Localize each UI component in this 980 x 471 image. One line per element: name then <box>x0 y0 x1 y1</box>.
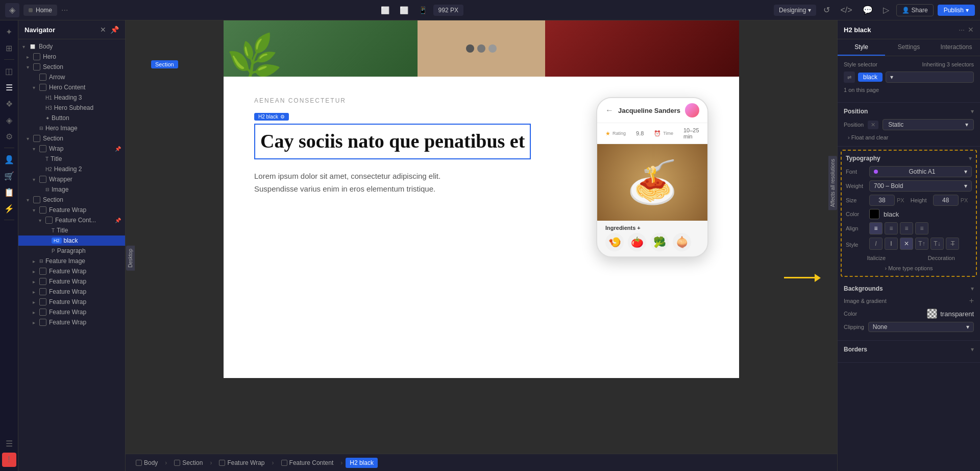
align-right-btn[interactable]: ≡ <box>900 222 913 234</box>
typography-expand[interactable]: ▾ <box>969 155 972 162</box>
bold-btn[interactable]: I <box>885 238 898 250</box>
breadcrumb-feature-content[interactable]: Feature Content <box>277 458 338 468</box>
font-dropdown[interactable]: Gothic A1 ▾ <box>869 166 972 177</box>
selector-icon[interactable]: ⇌ <box>844 72 855 83</box>
users-icon[interactable]: 👤 <box>2 152 16 167</box>
tools-icon[interactable]: ✦ <box>2 25 16 39</box>
phone-back-icon[interactable]: ← <box>605 106 614 115</box>
tree-item-wrapper[interactable]: ▾ Wrapper <box>18 174 125 184</box>
tree-item-section-1[interactable]: ▾ Section <box>18 62 125 72</box>
cms-icon[interactable]: 📋 <box>2 185 16 199</box>
tree-item-wrap[interactable]: ▾ Wrap 📌 <box>18 144 125 154</box>
navigator-icon[interactable]: ☰ <box>2 80 16 95</box>
error-icon[interactable]: ! <box>2 453 16 467</box>
close-panel-button[interactable]: ✕ <box>968 26 974 34</box>
selector-dropdown[interactable]: ▾ <box>886 72 974 83</box>
breadcrumb-h2-black[interactable]: H2 black <box>346 458 378 468</box>
tree-item-feature-image[interactable]: ▸ ⊟ Feature Image <box>18 256 125 266</box>
tree-item-heading3[interactable]: H1 Heading 3 <box>18 92 125 103</box>
align-left-btn[interactable]: ≡ <box>869 222 883 234</box>
height-input[interactable] <box>933 195 959 206</box>
borders-title-row: Borders ▾ <box>844 346 974 353</box>
tree-item-image[interactable]: ⊟ Image <box>18 184 125 195</box>
position-expand[interactable]: ▾ <box>971 108 974 115</box>
tab-style[interactable]: Style <box>838 39 885 56</box>
box-icon <box>39 74 46 81</box>
tree-item-body[interactable]: ▾ ⬜ Body <box>18 41 125 52</box>
size-input[interactable] <box>869 195 895 206</box>
float-clear-link[interactable]: › Float and clear <box>848 133 889 142</box>
tree-item-feature-cont[interactable]: ▾ Feature Cont... 📌 <box>18 215 125 225</box>
tree-item-paragraph[interactable]: P Paragraph <box>18 246 125 256</box>
undo-icon[interactable]: ↺ <box>820 3 833 17</box>
tree-item-fw-1[interactable]: ▸ Feature Wrap <box>18 266 125 276</box>
italic-btn[interactable]: I <box>869 238 883 250</box>
weight-dropdown[interactable]: 700 – Bold ▾ <box>869 180 972 192</box>
ecommerce-icon[interactable]: 🛒 <box>2 169 16 183</box>
borders-expand[interactable]: ▾ <box>971 346 974 353</box>
tree-item-button[interactable]: ✦ Button <box>18 113 125 123</box>
tree-item-title-1[interactable]: T Title <box>18 154 125 164</box>
assets-icon[interactable]: ◈ <box>2 113 16 127</box>
tree-item-heading2[interactable]: H2 Heading 2 <box>18 164 125 174</box>
tree-item-fw-5[interactable]: ▸ Feature Wrap <box>18 307 125 317</box>
transparent-swatch[interactable] <box>927 309 937 319</box>
tree-item-fw-2[interactable]: ▸ Feature Wrap <box>18 276 125 287</box>
code-icon[interactable]: </> <box>837 4 855 17</box>
tab-interactions[interactable]: Interactions <box>933 39 980 56</box>
breadcrumb-body[interactable]: Body <box>132 458 162 468</box>
backgrounds-expand[interactable]: ▾ <box>971 285 974 292</box>
tablet-view-icon[interactable]: ⬜ <box>398 4 410 16</box>
breadcrumb-feature-wrap[interactable]: Feature Wrap <box>215 458 268 468</box>
gear-icon[interactable]: ⚙ <box>280 114 285 120</box>
tree-item-fw-4[interactable]: ▸ Feature Wrap <box>18 297 125 307</box>
play-icon[interactable]: ▷ <box>880 3 892 17</box>
strike-btn[interactable]: T̶ <box>946 238 959 250</box>
publish-button[interactable]: Publish ▾ <box>938 5 975 16</box>
mobile-view-icon[interactable]: 📱 <box>416 4 429 16</box>
more-tabs-icon[interactable]: ··· <box>61 6 68 15</box>
breadcrumb-section[interactable]: Section <box>170 458 207 468</box>
chat-icon[interactable]: 💬 <box>860 3 876 17</box>
black-selector-badge[interactable]: black <box>858 73 883 82</box>
tab-settings[interactable]: Settings <box>885 39 933 56</box>
more-options-button[interactable]: ··· <box>959 26 965 34</box>
sub-btn[interactable]: T↓ <box>930 238 944 250</box>
tree-item-section-2[interactable]: ▾ Section <box>18 133 125 144</box>
more-icon[interactable]: ☰ <box>2 436 16 451</box>
tree-item-hero-image[interactable]: ⊟ Hero Image <box>18 123 125 133</box>
right-panel: H2 black ··· ✕ Style Settings Interactio… <box>837 20 980 471</box>
clipping-dropdown[interactable]: None ▾ <box>868 322 974 332</box>
add-background-button[interactable]: + <box>969 296 974 305</box>
tree-item-title-2[interactable]: T Title <box>18 225 125 236</box>
share-button[interactable]: 👤 Share <box>896 4 934 16</box>
settings-icon[interactable]: ⚙ <box>2 129 16 144</box>
desktop-view-icon[interactable]: ⬜ <box>379 4 391 16</box>
home-tab[interactable]: Home <box>23 5 57 16</box>
align-center-btn[interactable]: ≡ <box>885 222 898 234</box>
elements-icon[interactable]: ⊞ <box>2 41 16 55</box>
tree-item-fw-3[interactable]: ▸ Feature Wrap <box>18 287 125 297</box>
close-btn[interactable]: ✕ <box>900 238 913 250</box>
tree-item-fw-6[interactable]: ▸ Feature Wrap <box>18 317 125 327</box>
color-swatch-black[interactable] <box>869 209 879 219</box>
position-dropdown[interactable]: Static ▾ <box>883 119 974 130</box>
designing-mode[interactable]: Designing ▾ <box>774 5 816 16</box>
tree-item-arrow[interactable]: Arrow <box>18 72 125 82</box>
tree-item-hero-content[interactable]: ▾ Hero Content <box>18 82 125 92</box>
super-btn[interactable]: T↑ <box>915 238 928 250</box>
tree-item-hero-subhead[interactable]: H3 Hero Subhead <box>18 103 125 113</box>
align-justify-btn[interactable]: ≡ <box>915 222 928 234</box>
heading-selected[interactable]: Cay sociis nato que penatibus et <box>254 124 531 159</box>
pin-navigator-button[interactable]: 📌 <box>110 26 119 34</box>
close-navigator-button[interactable]: ✕ <box>100 26 106 34</box>
tree-item-section-3[interactable]: ▾ Section <box>18 195 125 205</box>
tree-item-h2-black[interactable]: H2 black <box>18 236 125 246</box>
components-icon[interactable]: ❖ <box>2 97 16 111</box>
more-type-options[interactable]: › More type options <box>846 264 972 272</box>
tree-item-hero[interactable]: ▸ Hero <box>18 52 125 62</box>
pages-icon[interactable]: ◫ <box>2 64 16 78</box>
interactions-icon[interactable]: ⚡ <box>2 201 16 216</box>
phone-ingredients-label: Ingredients + <box>597 221 707 233</box>
tree-item-feature-wrap-main[interactable]: ▾ Feature Wrap <box>18 205 125 215</box>
